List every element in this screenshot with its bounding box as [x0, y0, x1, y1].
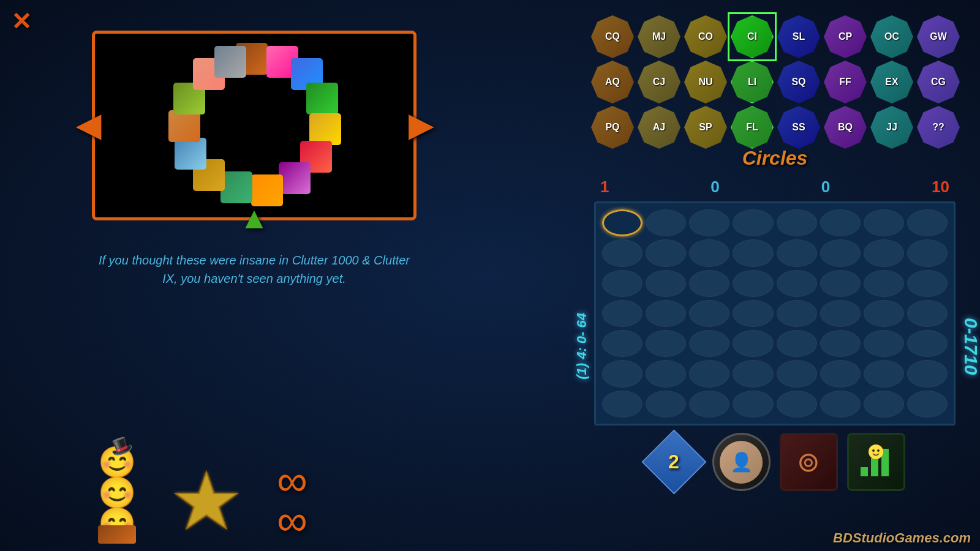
circle-cell[interactable]: [733, 391, 773, 418]
arrow-right-button[interactable]: ▶: [409, 108, 432, 143]
circle-cell[interactable]: [777, 300, 817, 327]
ring-tile-8: [221, 171, 252, 203]
circle-cell[interactable]: [907, 239, 948, 266]
circle-cell[interactable]: [820, 270, 861, 297]
circle-cell[interactable]: [602, 239, 643, 266]
circle-cell[interactable]: [733, 239, 773, 266]
circle-cell[interactable]: [602, 270, 643, 297]
circle-cell[interactable]: [777, 330, 817, 357]
badge-MJ[interactable]: MJ: [638, 15, 680, 58]
circle-cell[interactable]: [646, 391, 686, 418]
circle-cell[interactable]: [646, 360, 686, 387]
circle-cell[interactable]: [907, 300, 948, 327]
badge-BQ[interactable]: BQ: [824, 106, 867, 149]
badge-CQ[interactable]: CQ: [591, 15, 634, 58]
circle-cell[interactable]: [907, 270, 948, 297]
badge-PQ[interactable]: PQ: [591, 106, 634, 149]
level-number: 2: [668, 451, 679, 473]
circle-cell[interactable]: [777, 209, 817, 236]
circle-cell[interactable]: [733, 330, 773, 357]
circle-cell[interactable]: [820, 330, 861, 357]
circle-cell[interactable]: [820, 391, 861, 418]
circle-cell[interactable]: [864, 330, 904, 357]
close-button[interactable]: ✕: [6, 6, 37, 37]
badge-SP[interactable]: SP: [684, 106, 727, 149]
circle-cell[interactable]: [820, 360, 861, 387]
circle-cell[interactable]: [689, 270, 729, 297]
score-right: 10: [932, 178, 949, 197]
badge-AJ[interactable]: AJ: [638, 106, 680, 149]
infinity-symbols: ∞ ∞: [277, 463, 307, 539]
badge-OC[interactable]: OC: [870, 15, 913, 58]
circle-cell[interactable]: [777, 391, 817, 418]
circle-cell[interactable]: [689, 239, 729, 266]
circle-cell[interactable]: [864, 270, 904, 297]
circle-cell[interactable]: [646, 270, 686, 297]
badge-CO[interactable]: CO: [684, 15, 727, 58]
circle-cell[interactable]: [733, 360, 773, 387]
circle-cell[interactable]: [820, 209, 861, 236]
score-left: 1: [600, 178, 609, 197]
circle-cell[interactable]: [864, 209, 904, 236]
circle-cell[interactable]: [777, 239, 817, 266]
circle-cell[interactable]: [864, 360, 904, 387]
circle-cell[interactable]: [689, 300, 729, 327]
circle-cell[interactable]: [689, 360, 729, 387]
circle-cell[interactable]: [646, 209, 686, 236]
badge-CG[interactable]: CG: [917, 61, 960, 103]
circle-cell[interactable]: [602, 330, 643, 357]
circle-cell[interactable]: [907, 360, 948, 387]
circle-cell[interactable]: [646, 239, 686, 266]
badge-FL[interactable]: FL: [731, 106, 774, 149]
action-btn-chart[interactable]: [847, 433, 905, 491]
action-btn-rings[interactable]: ⊚: [780, 433, 838, 491]
circle-cell[interactable]: [602, 360, 643, 387]
badge-SS[interactable]: SS: [777, 106, 820, 149]
badge-CI[interactable]: CI: [731, 15, 774, 58]
circle-cell[interactable]: [602, 391, 643, 418]
grid-section: (1) 4: 0- 64 0-1710 2 👤 ⊚: [594, 201, 956, 491]
circle-cell[interactable]: [602, 300, 643, 327]
badge-GW[interactable]: GW: [917, 15, 960, 58]
circle-cell[interactable]: [864, 239, 904, 266]
circle-cell[interactable]: [864, 391, 904, 418]
circle-cell[interactable]: [689, 391, 729, 418]
circle-cell[interactable]: [864, 300, 904, 327]
circle-cell[interactable]: [733, 300, 773, 327]
badge-grid: CQ MJ CO CI SL CP OC GW: [588, 12, 962, 152]
arrow-up-button[interactable]: ▲: [239, 200, 270, 236]
circle-cell[interactable]: [820, 239, 861, 266]
badge-AQ[interactable]: AQ: [591, 61, 634, 103]
circle-cell[interactable]: [907, 330, 948, 357]
left-panel: ◀ ▶ ▲ If you th: [92, 31, 417, 288]
badge-EX[interactable]: EX: [870, 61, 913, 103]
circle-cell[interactable]: [820, 300, 861, 327]
circle-cell[interactable]: [907, 209, 948, 236]
ring-tile-6: [279, 162, 311, 194]
emoji-character: 🎩 😊 😊 😊: [98, 435, 136, 539]
circle-cell[interactable]: [689, 209, 729, 236]
circle-cell[interactable]: [646, 330, 686, 357]
badge-CJ[interactable]: CJ: [638, 61, 680, 103]
badge-unknown[interactable]: ??: [917, 106, 960, 149]
badge-NU[interactable]: NU: [684, 61, 727, 103]
badge-CP[interactable]: CP: [824, 15, 867, 58]
circle-cell[interactable]: [733, 209, 773, 236]
ring-container: ◀ ▶ ▲: [92, 31, 417, 220]
circle-cell[interactable]: [689, 330, 729, 357]
circle-cell[interactable]: [777, 360, 817, 387]
action-btn-photo[interactable]: 👤: [712, 433, 771, 491]
badge-JJ[interactable]: JJ: [870, 106, 913, 149]
action-btn-level[interactable]: 2: [645, 433, 703, 491]
badge-FF[interactable]: FF: [824, 61, 867, 103]
badge-SQ[interactable]: SQ: [777, 61, 820, 103]
badge-SL[interactable]: SL: [777, 15, 820, 58]
circle-cell[interactable]: [907, 391, 948, 418]
circle-cell[interactable]: [646, 300, 686, 327]
arrow-left-button[interactable]: ◀: [77, 108, 100, 143]
circle-cell[interactable]: [733, 270, 773, 297]
circle-cell[interactable]: [602, 209, 643, 236]
character-base: [98, 525, 136, 544]
badge-LI[interactable]: LI: [731, 61, 774, 103]
circle-cell[interactable]: [777, 270, 817, 297]
